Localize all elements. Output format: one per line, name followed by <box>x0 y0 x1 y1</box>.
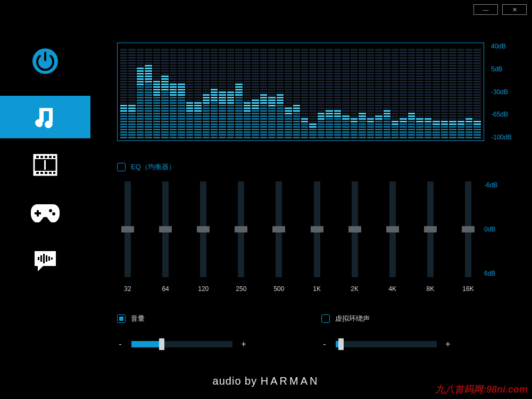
volume-label: 音量 <box>131 314 145 323</box>
spectrum-bar <box>326 47 332 140</box>
svg-rect-27 <box>46 255 47 262</box>
svg-rect-28 <box>48 256 50 261</box>
db-label: 40dB <box>491 43 512 50</box>
power-icon <box>31 47 59 75</box>
eq-band-label: 120 <box>198 285 209 293</box>
spectrum-bar <box>235 47 242 140</box>
eq-thumb[interactable] <box>311 226 323 232</box>
eq-thumb[interactable] <box>197 226 210 232</box>
spectrum-bar <box>359 47 365 140</box>
spectrum-bar <box>400 47 406 140</box>
spectrum-bar <box>244 47 251 140</box>
eq-tick: 6dB <box>484 270 497 277</box>
gamepad-icon <box>31 203 60 222</box>
eq-thumb[interactable] <box>121 226 134 232</box>
eq-thumb[interactable] <box>424 226 437 232</box>
music-icon <box>33 105 57 129</box>
eq-track[interactable] <box>200 181 206 277</box>
eq-section: EQ（均衡器） -6dB 0dB 6dB 32641202505001K2K4K… <box>117 162 489 293</box>
svg-rect-21 <box>35 212 41 214</box>
spectrum-bar <box>137 47 144 140</box>
svg-rect-16 <box>45 172 47 174</box>
film-icon <box>33 154 57 176</box>
spectrum-bar <box>449 47 456 140</box>
spectrum-bar <box>458 47 464 140</box>
spectrum-bar <box>268 47 275 140</box>
eq-thumb[interactable] <box>159 226 172 232</box>
eq-band-label: 64 <box>162 285 169 293</box>
eq-band-label: 16K <box>462 285 473 293</box>
eq-thumb[interactable] <box>235 226 247 232</box>
spectrum-bar <box>178 47 185 140</box>
eq-band-slider[interactable]: 8K <box>420 181 441 293</box>
spectrum-bar <box>301 47 308 140</box>
eq-band-label: 32 <box>124 285 131 293</box>
eq-band-slider[interactable]: 250 <box>230 181 252 293</box>
eq-track[interactable] <box>238 181 244 277</box>
surround-checkbox[interactable] <box>321 314 330 323</box>
eq-tick-labels: -6dB 0dB 6dB <box>484 181 497 277</box>
volume-increase[interactable]: + <box>240 339 247 349</box>
eq-band-slider[interactable]: 32 <box>117 181 138 293</box>
svg-rect-25 <box>40 255 42 262</box>
sidebar-item-game[interactable] <box>0 192 90 234</box>
eq-thumb[interactable] <box>386 226 399 232</box>
eq-track[interactable] <box>276 181 282 277</box>
sidebar-item-music[interactable] <box>0 96 90 138</box>
eq-band-slider[interactable]: 64 <box>155 181 176 293</box>
svg-rect-9 <box>36 156 39 158</box>
spectrum-bar <box>367 47 374 140</box>
eq-thumb[interactable] <box>272 226 285 232</box>
spectrum-bar <box>186 47 193 140</box>
spectrum-bar <box>120 47 127 140</box>
eq-checkbox[interactable] <box>117 163 126 171</box>
eq-track[interactable] <box>314 181 320 277</box>
bottom-options: 音量 - + 虚拟环绕声 - + <box>117 314 516 349</box>
svg-rect-15 <box>40 172 43 174</box>
sidebar-item-power[interactable] <box>0 32 90 90</box>
eq-track[interactable] <box>352 181 358 277</box>
eq-band-slider[interactable]: 16K <box>458 181 479 293</box>
main: 40dB 5dB -30dB -65dB -100dB EQ（均衡器） -6dB… <box>117 43 516 394</box>
sidebar-item-video[interactable] <box>0 144 90 186</box>
eq-band-slider[interactable]: 4K <box>382 181 403 293</box>
db-label: 5dB <box>491 65 512 73</box>
eq-track[interactable] <box>427 181 434 277</box>
eq-band-slider[interactable]: 2K <box>344 181 365 293</box>
volume-decrease[interactable]: - <box>117 339 123 349</box>
spectrum-bar <box>416 47 423 140</box>
eq-track[interactable] <box>162 181 169 277</box>
eq-track[interactable] <box>124 181 131 277</box>
eq-track[interactable] <box>389 181 396 277</box>
eq-thumb[interactable] <box>462 226 475 232</box>
eq-band-label: 250 <box>236 285 246 293</box>
close-button[interactable]: ✕ <box>502 4 527 15</box>
eq-band-slider[interactable]: 1K <box>306 181 328 293</box>
svg-rect-5 <box>41 108 53 111</box>
surround-decrease[interactable]: - <box>321 339 328 349</box>
spectrum-bar <box>170 47 177 140</box>
watermark: 九八首码网:98ni.com <box>435 383 528 396</box>
spectrum-bar <box>318 47 325 140</box>
spectrum-bar <box>285 47 292 140</box>
eq-band-slider[interactable]: 120 <box>193 181 214 293</box>
eq-track[interactable] <box>465 181 471 277</box>
spectrum-bar <box>260 47 267 140</box>
spectrum-bar <box>194 47 201 140</box>
volume-slider[interactable] <box>131 341 232 347</box>
surround-slider[interactable] <box>336 341 437 347</box>
sidebar-item-voice[interactable] <box>0 239 90 282</box>
volume-checkbox[interactable] <box>117 314 126 323</box>
eq-thumb[interactable] <box>348 226 361 232</box>
surround-increase[interactable]: + <box>445 339 451 349</box>
spectrum-bar <box>384 47 390 140</box>
eq-tick: -6dB <box>484 181 497 189</box>
voice-icon <box>32 249 58 272</box>
spectrum-bar <box>277 47 284 140</box>
eq-label: EQ（均衡器） <box>131 162 176 172</box>
svg-rect-12 <box>49 156 52 158</box>
svg-rect-13 <box>53 156 55 158</box>
minimize-button[interactable]: — <box>473 4 498 15</box>
eq-band-slider[interactable]: 500 <box>268 181 289 293</box>
svg-rect-29 <box>51 257 53 260</box>
